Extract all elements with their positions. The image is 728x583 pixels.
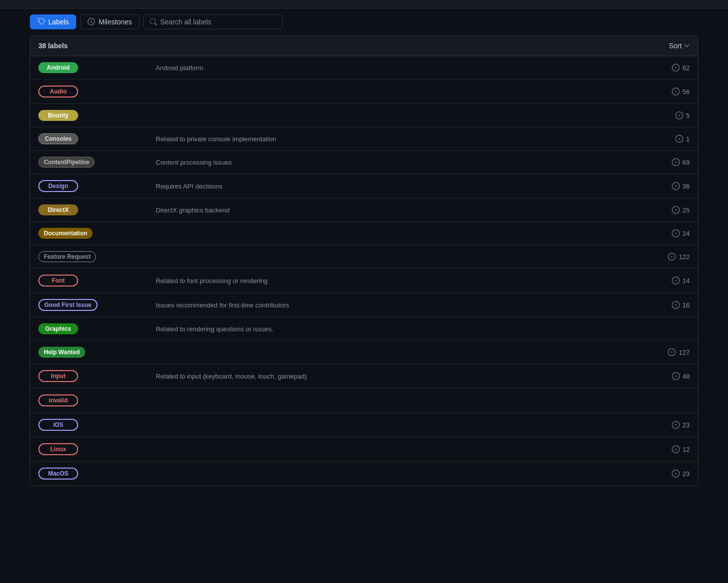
label-tag[interactable]: Audio bbox=[38, 86, 78, 97]
label-row: Consoles Related to private console impl… bbox=[30, 127, 698, 151]
label-row: Input Related to input (keyboard, mouse,… bbox=[30, 364, 698, 389]
issue-count: 69 bbox=[683, 159, 690, 166]
label-col: Consoles bbox=[38, 133, 148, 144]
issue-count: 5 bbox=[686, 112, 690, 119]
issue-count: 62 bbox=[683, 64, 690, 72]
top-bar bbox=[0, 0, 728, 8]
issue-count-col: 62 bbox=[650, 64, 690, 72]
label-tag[interactable]: Consoles bbox=[38, 133, 78, 144]
milestones-tab-label: Milestones bbox=[99, 18, 132, 26]
issue-count: 36 bbox=[683, 183, 690, 190]
label-col: DirectX bbox=[38, 204, 148, 215]
labels-container: 38 labels Sort Android Android platform … bbox=[30, 35, 698, 486]
label-description: Related to private console implementatio… bbox=[148, 135, 650, 143]
label-row: Documentation 24 bbox=[30, 222, 698, 245]
issue-count: 48 bbox=[683, 373, 690, 380]
label-tag[interactable]: iOS bbox=[38, 419, 78, 431]
search-box bbox=[143, 14, 283, 29]
issue-count: 16 bbox=[683, 301, 690, 309]
issue-count-col: 5 bbox=[650, 111, 690, 119]
label-tag[interactable]: Bounty bbox=[38, 110, 78, 121]
issue-count: 24 bbox=[683, 230, 690, 237]
issue-open-icon bbox=[675, 135, 683, 143]
label-icon bbox=[37, 18, 45, 26]
issue-count-col: 12 bbox=[650, 445, 690, 453]
label-row: Bounty 5 bbox=[30, 104, 698, 127]
issue-count-col: 56 bbox=[650, 88, 690, 96]
milestone-icon bbox=[88, 18, 96, 26]
label-col: Help Wanted bbox=[38, 347, 148, 358]
search-input[interactable] bbox=[160, 18, 276, 26]
sort-button[interactable]: Sort bbox=[669, 42, 690, 50]
label-tag[interactable]: Good First Issue bbox=[38, 299, 98, 311]
label-col: Documentation bbox=[38, 228, 148, 239]
issue-open-icon bbox=[672, 88, 680, 96]
issue-count: 122 bbox=[679, 253, 690, 261]
label-col: Good First Issue bbox=[38, 299, 148, 311]
issue-count-col: 127 bbox=[650, 348, 690, 356]
label-row: MacOS 23 bbox=[30, 462, 698, 486]
label-tag[interactable]: Font bbox=[38, 275, 78, 287]
label-tag[interactable]: invalid bbox=[38, 394, 78, 406]
label-description: Issues recommended for first-time contri… bbox=[148, 301, 650, 309]
issue-open-icon bbox=[672, 158, 680, 166]
issue-count-col: 25 bbox=[650, 206, 690, 214]
issue-open-icon bbox=[672, 64, 680, 72]
label-row: Design Requires API decisions 36 bbox=[30, 174, 698, 198]
label-tag[interactable]: Design bbox=[38, 180, 78, 192]
label-col: Feature Request bbox=[38, 251, 148, 262]
label-tag[interactable]: Input bbox=[38, 370, 78, 382]
issue-open-icon bbox=[675, 111, 683, 119]
label-row: invalid bbox=[30, 389, 698, 413]
label-tag[interactable]: MacOS bbox=[38, 468, 78, 480]
labels-list: Android Android platform 62 Audio 56 Bou… bbox=[30, 56, 698, 486]
label-row: ContentPipeline Content processing issue… bbox=[30, 151, 698, 174]
chevron-down-icon bbox=[684, 43, 690, 49]
issue-count: 14 bbox=[683, 277, 690, 285]
toolbar: Labels Milestones bbox=[0, 8, 728, 35]
label-col: Input bbox=[38, 370, 148, 382]
label-description: Requires API decisions bbox=[148, 183, 650, 190]
label-tag[interactable]: Linux bbox=[38, 443, 78, 455]
issue-count: 127 bbox=[679, 349, 690, 356]
labels-count: 38 labels bbox=[38, 42, 68, 50]
label-tag[interactable]: ContentPipeline bbox=[38, 157, 95, 168]
label-tag[interactable]: Graphics bbox=[38, 323, 78, 334]
label-description: Related to input (keyboard, mouse, touch… bbox=[148, 373, 650, 380]
search-icon bbox=[150, 18, 157, 26]
label-col: Bounty bbox=[38, 110, 148, 121]
milestones-tab[interactable]: Milestones bbox=[80, 14, 139, 29]
issue-count-col: 23 bbox=[650, 470, 690, 478]
issue-count: 23 bbox=[683, 470, 690, 478]
issue-count-col: 16 bbox=[650, 301, 690, 309]
issue-count: 23 bbox=[683, 421, 690, 429]
label-col: Font bbox=[38, 275, 148, 287]
label-description: DirectX graphics backend bbox=[148, 206, 650, 214]
label-tag[interactable]: Feature Request bbox=[38, 251, 96, 262]
label-tag[interactable]: DirectX bbox=[38, 204, 78, 215]
label-row: Feature Request 122 bbox=[30, 245, 698, 269]
labels-tab[interactable]: Labels bbox=[30, 14, 76, 29]
labels-tab-label: Labels bbox=[48, 18, 69, 26]
label-col: Linux bbox=[38, 443, 148, 455]
issue-count-col: 14 bbox=[650, 277, 690, 285]
label-row: Help Wanted 127 bbox=[30, 341, 698, 364]
issue-count: 1 bbox=[686, 135, 690, 143]
label-description: Content processing issues bbox=[148, 159, 650, 166]
issue-count-col: 23 bbox=[650, 421, 690, 429]
issue-open-icon bbox=[668, 253, 676, 261]
label-tag[interactable]: Help Wanted bbox=[38, 347, 85, 358]
label-description: Related to font processing or rendering bbox=[148, 277, 650, 285]
label-description: Related to rendering questions or issues… bbox=[148, 325, 650, 333]
label-col: Design bbox=[38, 180, 148, 192]
label-tag[interactable]: Android bbox=[38, 62, 78, 73]
label-row: Audio 56 bbox=[30, 80, 698, 104]
issue-open-icon bbox=[668, 348, 676, 356]
issue-open-icon bbox=[672, 470, 680, 478]
issue-count-col: 36 bbox=[650, 182, 690, 190]
issue-open-icon bbox=[672, 277, 680, 285]
label-col: MacOS bbox=[38, 468, 148, 480]
label-tag[interactable]: Documentation bbox=[38, 228, 93, 239]
issue-open-icon bbox=[672, 182, 680, 190]
label-col: Audio bbox=[38, 86, 148, 97]
